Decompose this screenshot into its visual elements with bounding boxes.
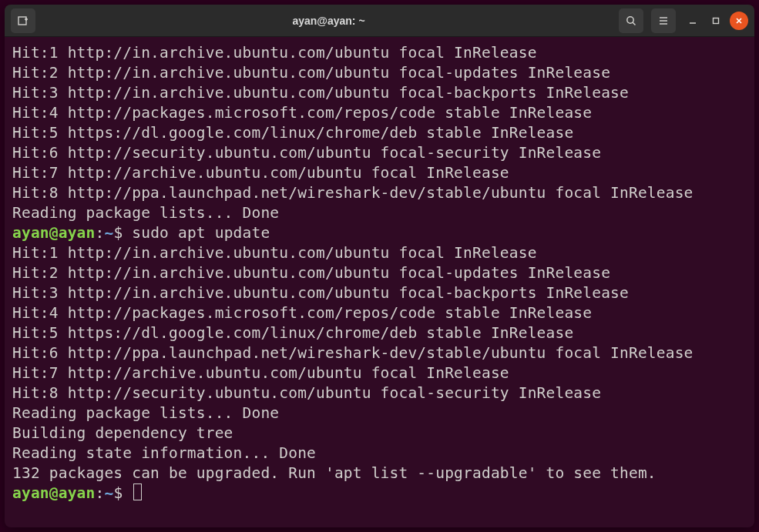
- output-line: Hit:3 http://in.archive.ubuntu.com/ubunt…: [12, 283, 747, 303]
- prompt-user: ayan@ayan: [12, 224, 95, 242]
- output-line: Hit:3 http://in.archive.ubuntu.com/ubunt…: [12, 83, 747, 103]
- maximize-button[interactable]: [707, 12, 725, 30]
- minimize-button[interactable]: [683, 12, 702, 30]
- output-line: Building dependency tree: [12, 423, 747, 443]
- command-text: sudo apt update: [132, 224, 270, 242]
- new-tab-icon: [17, 15, 29, 27]
- svg-line-4: [633, 22, 635, 25]
- new-tab-button[interactable]: [11, 8, 35, 33]
- prompt-separator: :: [95, 224, 104, 242]
- prompt-dollar: $: [113, 224, 132, 242]
- cursor: [133, 483, 142, 500]
- search-button[interactable]: [619, 8, 643, 33]
- output-line: Hit:5 https://dl.google.com/linux/chrome…: [12, 323, 747, 343]
- search-icon: [625, 15, 637, 27]
- prompt-dollar: $: [113, 484, 132, 502]
- output-line: Hit:1 http://in.archive.ubuntu.com/ubunt…: [12, 243, 747, 263]
- svg-point-3: [627, 16, 633, 22]
- prompt-user: ayan@ayan: [12, 484, 95, 502]
- close-button[interactable]: [730, 12, 748, 30]
- prompt-path: ~: [104, 484, 113, 502]
- output-line: Reading package lists... Done: [12, 403, 747, 423]
- output-line: Hit:4 http://packages.microsoft.com/repo…: [12, 103, 747, 123]
- output-line: Hit:7 http://archive.ubuntu.com/ubuntu f…: [12, 163, 747, 183]
- output-line: Hit:8 http://ppa.launchpad.net/wireshark…: [12, 183, 747, 203]
- output-line: Hit:2 http://in.archive.ubuntu.com/ubunt…: [12, 263, 747, 283]
- menu-button[interactable]: [651, 8, 676, 33]
- output-line: Hit:7 http://archive.ubuntu.com/ubuntu f…: [12, 363, 747, 383]
- prompt-line: ayan@ayan:~$: [12, 483, 747, 504]
- titlebar: ayan@ayan: ~: [5, 5, 754, 37]
- prompt-path: ~: [104, 224, 113, 242]
- output-line: Hit:6 http://ppa.launchpad.net/wireshark…: [12, 343, 747, 363]
- output-line: Hit:4 http://packages.microsoft.com/repo…: [12, 303, 747, 323]
- window-title: ayan@ayan: ~: [39, 15, 619, 27]
- terminal-output[interactable]: Hit:1 http://in.archive.ubuntu.com/ubunt…: [5, 37, 754, 527]
- prompt-line: ayan@ayan:~$ sudo apt update: [12, 223, 747, 243]
- close-icon: [734, 15, 744, 26]
- output-line: Reading state information... Done: [12, 443, 747, 463]
- terminal-window: ayan@ayan: ~: [5, 5, 754, 527]
- output-line: Hit:8 http://security.ubuntu.com/ubuntu …: [12, 383, 747, 403]
- svg-rect-0: [18, 17, 26, 25]
- output-line: Hit:1 http://in.archive.ubuntu.com/ubunt…: [12, 43, 747, 63]
- output-line: Hit:5 https://dl.google.com/linux/chrome…: [12, 123, 747, 143]
- hamburger-icon: [657, 15, 670, 27]
- output-line: 132 packages can be upgraded. Run 'apt l…: [12, 463, 747, 483]
- maximize-icon: [710, 15, 721, 26]
- minimize-icon: [687, 15, 698, 26]
- svg-rect-9: [714, 18, 719, 23]
- output-line: Hit:2 http://in.archive.ubuntu.com/ubunt…: [12, 63, 747, 83]
- output-line: Hit:6 http://security.ubuntu.com/ubuntu …: [12, 143, 747, 163]
- prompt-separator: :: [95, 484, 104, 502]
- output-line: Reading package lists... Done: [12, 203, 747, 223]
